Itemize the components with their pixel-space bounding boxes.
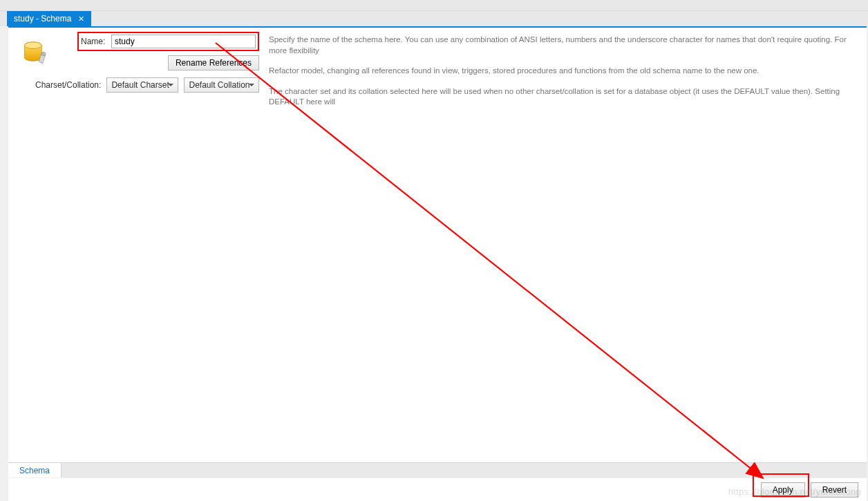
svg-point-1	[25, 42, 42, 49]
name-label: Name:	[81, 37, 111, 46]
charset-selected-value: Default Charset	[111, 80, 169, 90]
schema-name-input[interactable]	[111, 35, 256, 48]
bottom-tabstrip: Schema	[8, 462, 867, 478]
help-paragraph-charset: The character set and its collation sele…	[269, 86, 857, 108]
schema-editor: Name: Rename References Charset/Collatio…	[8, 26, 867, 501]
tab-study-schema[interactable]: study - Schema ✕	[7, 11, 91, 26]
collation-select[interactable]: Default Collation	[184, 77, 259, 93]
help-text-column: Specify the name of the schema here. You…	[259, 32, 861, 117]
bottom-tab-schema[interactable]: Schema	[8, 463, 62, 478]
help-paragraph-name: Specify the name of the schema here. You…	[269, 35, 857, 56]
action-button-bar: Apply Revert	[8, 478, 867, 501]
help-paragraph-refactor: Refactor model, changing all references …	[269, 66, 857, 77]
schema-icon	[21, 39, 51, 69]
schema-form-area: Name: Rename References Charset/Collatio…	[8, 28, 867, 462]
editor-tabbar: study - Schema ✕	[0, 11, 868, 26]
charset-collation-label: Charset/Collation:	[33, 80, 101, 90]
charset-select[interactable]: Default Charset	[106, 77, 178, 93]
window-toolbar-placeholder	[0, 0, 868, 11]
name-row-highlight: Name:	[77, 32, 259, 51]
close-icon[interactable]: ✕	[78, 15, 84, 23]
svg-point-2	[41, 52, 46, 56]
rename-references-button[interactable]: Rename References	[168, 55, 259, 70]
revert-button[interactable]: Revert	[811, 482, 858, 498]
collation-selected-value: Default Collation	[189, 80, 249, 90]
tab-title: study - Schema	[14, 14, 71, 23]
apply-button[interactable]: Apply	[761, 482, 805, 498]
